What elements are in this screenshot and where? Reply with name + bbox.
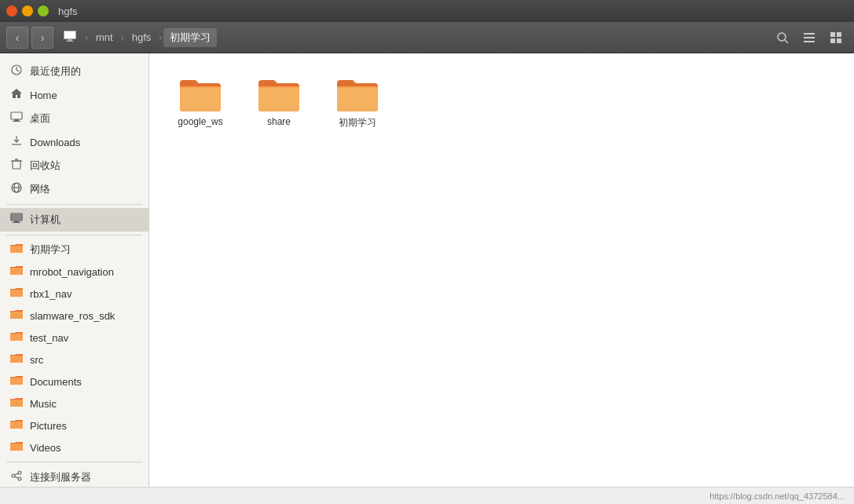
content-area: google_ws share 初期学习 [149, 53, 854, 487]
breadcrumb-sep-1: › [85, 32, 88, 43]
sidebar-item-home[interactable]: Home [0, 83, 148, 107]
svg-line-33 [15, 473, 18, 475]
folder-mrobot-icon [9, 265, 24, 279]
breadcrumb: › mnt › hgfs › 初期学习 [57, 27, 768, 48]
sidebar-item-slamware[interactable]: slamware_ros_sdk [0, 305, 148, 327]
folder-src-icon [9, 352, 24, 367]
sidebar-item-src[interactable]: src [0, 349, 148, 371]
svg-rect-3 [66, 41, 74, 42]
svg-rect-20 [13, 161, 20, 169]
folder-chuqi-content-icon [335, 75, 379, 113]
sidebar: 最近使用的 Home 桌面 Downloads 回收站 [0, 53, 149, 487]
computer-icon [9, 212, 24, 228]
sidebar-label-mrobot: mrobot_navigation [30, 266, 114, 278]
trash-icon [9, 158, 24, 173]
sidebar-item-trash[interactable]: 回收站 [0, 154, 148, 177]
svg-rect-28 [14, 221, 19, 222]
close-button[interactable] [6, 5, 17, 16]
downloads-icon [9, 134, 24, 150]
sidebar-item-chuqi[interactable]: 初期学习 [0, 239, 148, 261]
breadcrumb-computer-icon[interactable] [57, 27, 83, 48]
sidebar-item-network[interactable]: 网络 [0, 177, 148, 201]
window-title: hgfs [58, 5, 78, 17]
sidebar-label-rbx1: rbx1_nav [30, 288, 71, 300]
folder-chuqi-icon [9, 243, 24, 257]
sidebar-label-documents: Documents [30, 376, 82, 388]
forward-button[interactable]: › [31, 27, 53, 49]
connect-icon [9, 469, 24, 485]
svg-line-15 [16, 70, 19, 71]
back-button[interactable]: ‹ [6, 27, 28, 49]
folder-chuqi-content[interactable]: 初期学习 [322, 69, 393, 136]
sidebar-item-videos[interactable]: Videos [0, 436, 148, 458]
sidebar-item-recent[interactable]: 最近使用的 [0, 60, 148, 83]
sidebar-label-slamware: slamware_ros_sdk [30, 310, 115, 322]
network-icon [9, 181, 24, 197]
svg-rect-29 [13, 222, 20, 223]
svg-rect-9 [830, 32, 835, 37]
sidebar-label-test-nav: test_nav [30, 332, 68, 344]
recent-icon [9, 64, 24, 79]
view-grid-button[interactable] [824, 26, 848, 49]
folder-test-nav-icon [9, 331, 24, 345]
breadcrumb-hgfs[interactable]: hgfs [126, 29, 158, 46]
svg-rect-18 [13, 121, 20, 122]
sidebar-label-home: Home [30, 89, 57, 101]
search-button[interactable] [771, 26, 794, 49]
sidebar-label-trash: 回收站 [30, 159, 60, 173]
sidebar-label-videos: Videos [30, 442, 61, 454]
sidebar-item-pictures[interactable]: Pictures [0, 415, 148, 436]
breadcrumb-mnt[interactable]: mnt [90, 29, 119, 46]
svg-rect-6 [804, 33, 815, 35]
folder-google-ws[interactable]: google_ws [165, 69, 236, 136]
svg-point-32 [18, 477, 21, 480]
sidebar-item-downloads[interactable]: Downloads [0, 130, 148, 154]
breadcrumb-sep-2: › [121, 32, 124, 43]
sidebar-item-mrobot[interactable]: mrobot_navigation [0, 261, 148, 283]
svg-rect-12 [837, 38, 841, 43]
breadcrumb-sep-3: › [159, 32, 162, 43]
svg-rect-11 [830, 38, 835, 43]
svg-point-31 [18, 471, 21, 474]
svg-point-30 [12, 474, 15, 477]
sidebar-label-music: Music [30, 398, 57, 410]
maximize-button[interactable] [38, 5, 49, 16]
svg-line-5 [785, 40, 788, 43]
sidebar-label-chuqi: 初期学习 [30, 243, 71, 257]
sidebar-item-rbx1[interactable]: rbx1_nav [0, 283, 148, 305]
sidebar-item-connect[interactable]: 连接到服务器 [0, 466, 148, 487]
sidebar-label-src: src [30, 354, 43, 366]
svg-point-4 [778, 33, 786, 41]
sidebar-divider-2 [6, 235, 142, 236]
folder-pictures-icon [9, 418, 24, 433]
svg-rect-2 [68, 39, 72, 41]
svg-line-34 [15, 477, 18, 478]
folder-google-ws-label: google_ws [178, 116, 222, 127]
breadcrumb-chuqi[interactable]: 初期学习 [163, 28, 217, 47]
sidebar-label-recent: 最近使用的 [30, 64, 81, 79]
svg-rect-1 [64, 31, 75, 38]
folder-rbx1-icon [9, 287, 24, 301]
folder-documents-icon [9, 374, 24, 389]
sidebar-label-pictures: Pictures [30, 420, 67, 432]
svg-rect-27 [12, 214, 21, 220]
statusbar: https://blog.csdn.net/qq_4372584... [0, 487, 854, 504]
sidebar-divider-1 [6, 204, 142, 205]
view-list-button[interactable] [797, 26, 821, 49]
sidebar-divider-3 [6, 462, 142, 462]
sidebar-label-computer: 计算机 [30, 213, 60, 227]
minimize-button[interactable] [22, 5, 33, 16]
sidebar-item-computer[interactable]: 计算机 [0, 208, 148, 232]
sidebar-item-documents[interactable]: Documents [0, 371, 148, 393]
toolbar: ‹ › › mnt › hgfs › 初期学习 [0, 22, 854, 53]
home-icon [9, 87, 24, 103]
folder-google-ws-icon [178, 75, 222, 113]
folder-share[interactable]: share [244, 69, 314, 136]
sidebar-item-test-nav[interactable]: test_nav [0, 327, 148, 349]
sidebar-label-connect: 连接到服务器 [30, 470, 91, 484]
sidebar-item-desktop[interactable]: 桌面 [0, 107, 148, 130]
folder-share-label: share [267, 116, 291, 127]
sidebar-item-music[interactable]: Music [0, 393, 148, 415]
main-layout: 最近使用的 Home 桌面 Downloads 回收站 [0, 53, 854, 487]
svg-rect-10 [837, 32, 841, 37]
